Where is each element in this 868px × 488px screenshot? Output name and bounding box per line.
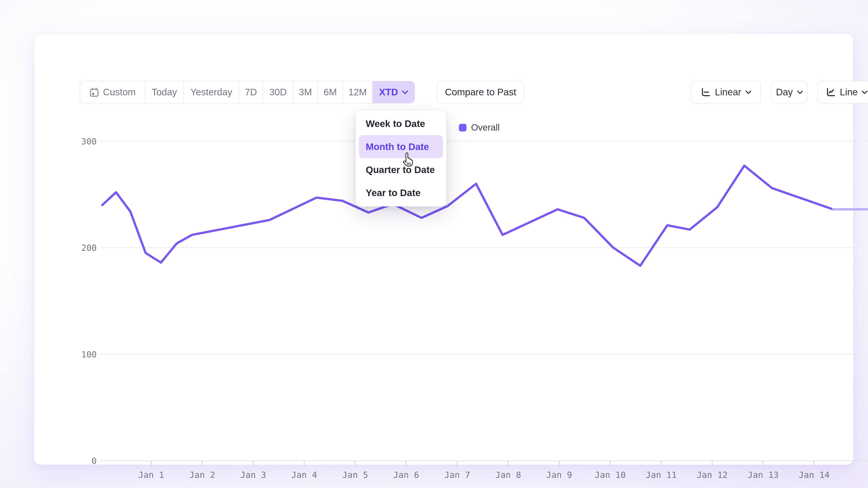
- chevron-down-icon: [797, 90, 803, 94]
- chart-type-dropdown-label: Line: [840, 87, 858, 98]
- chevron-down-icon: [745, 90, 751, 94]
- svg-text:Jan 9: Jan 9: [546, 470, 572, 480]
- range-button-12m[interactable]: 12M: [343, 81, 373, 103]
- range-button-6m[interactable]: 6M: [318, 81, 343, 103]
- svg-text:Jan 3: Jan 3: [240, 470, 266, 480]
- calendar-icon: [89, 87, 99, 97]
- menu-item-year-to-date[interactable]: Year to Date: [359, 181, 443, 204]
- chevron-down-icon: [862, 90, 868, 94]
- range-button-30d[interactable]: 30D: [263, 81, 293, 103]
- legend-label: Overall: [471, 123, 500, 133]
- chart-type-dropdown-button[interactable]: Line: [817, 81, 868, 103]
- range-button-custom[interactable]: Custom: [80, 81, 145, 103]
- range-button-xtd[interactable]: XTD: [373, 81, 414, 103]
- line-chart-icon: [825, 87, 836, 97]
- svg-text:Jan 2: Jan 2: [189, 470, 215, 480]
- menu-item-week-to-date[interactable]: Week to Date: [359, 112, 443, 135]
- range-button-yesterday[interactable]: Yesterday: [184, 81, 239, 103]
- svg-text:Jan 8: Jan 8: [495, 470, 521, 480]
- chart-card: 0100200300Jan 1Jan 2Jan 3Jan 4Jan 5Jan 6…: [34, 33, 854, 465]
- axis-scale-icon: [701, 87, 711, 97]
- hand-pointer-cursor: [401, 152, 415, 169]
- legend-swatch: [459, 124, 467, 131]
- svg-text:Jan 6: Jan 6: [393, 470, 419, 480]
- svg-text:200: 200: [81, 243, 97, 253]
- granularity-dropdown-label: Day: [776, 87, 793, 98]
- range-button-label: Custom: [103, 87, 136, 98]
- legend: Overall: [459, 123, 500, 133]
- svg-text:Jan 13: Jan 13: [748, 470, 779, 480]
- compare-to-past-button[interactable]: Compare to Past: [437, 81, 524, 103]
- svg-text:Jan 14: Jan 14: [799, 470, 830, 480]
- range-button-today[interactable]: Today: [145, 81, 184, 103]
- range-button-3m[interactable]: 3M: [293, 81, 318, 103]
- granularity-dropdown-button[interactable]: Day: [771, 81, 807, 103]
- svg-text:Jan 4: Jan 4: [291, 470, 317, 480]
- scale-dropdown-button[interactable]: Linear: [691, 81, 761, 103]
- svg-text:Jan 1: Jan 1: [138, 470, 164, 480]
- svg-text:Jan 12: Jan 12: [697, 470, 727, 480]
- svg-text:Jan 11: Jan 11: [646, 470, 677, 480]
- date-range-segmented-control: Custom Today Yesterday 7D 30D 3M 6M 12M …: [80, 81, 415, 103]
- svg-text:Jan 7: Jan 7: [444, 470, 470, 480]
- svg-text:0: 0: [92, 456, 97, 466]
- svg-text:Jan 10: Jan 10: [595, 470, 626, 480]
- scale-dropdown-label: Linear: [715, 87, 741, 98]
- range-button-7d[interactable]: 7D: [239, 81, 263, 103]
- svg-text:Jan 5: Jan 5: [342, 470, 368, 480]
- page-background: 0100200300Jan 1Jan 2Jan 3Jan 4Jan 5Jan 6…: [0, 0, 868, 488]
- svg-text:300: 300: [81, 136, 97, 147]
- svg-text:100: 100: [81, 350, 97, 359]
- chevron-down-icon: [402, 90, 408, 94]
